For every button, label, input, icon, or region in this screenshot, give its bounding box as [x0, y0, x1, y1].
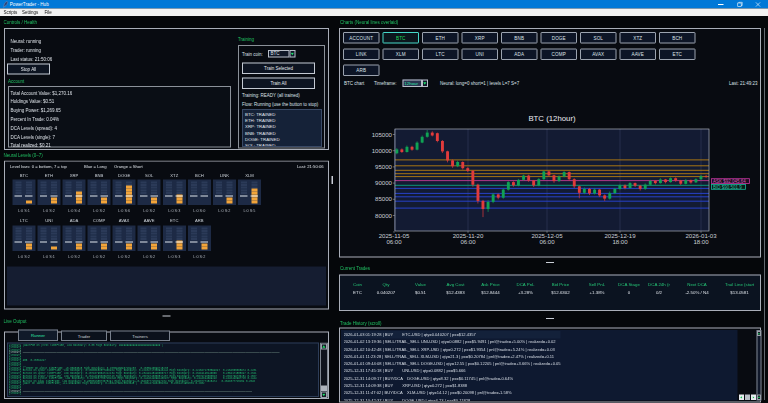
svg-text:18:00: 18:00 [693, 238, 709, 245]
svg-text:80000: 80000 [375, 212, 393, 219]
svg-text:95000: 95000 [375, 163, 393, 170]
svg-text:100000: 100000 [372, 147, 393, 154]
svg-text:06:00: 06:00 [460, 238, 476, 245]
svg-text:06:00: 06:00 [386, 238, 402, 245]
svg-text:105000: 105000 [372, 131, 393, 138]
svg-text:85000: 85000 [375, 195, 393, 202]
svg-text:BID $90,501.9: BID $90,501.9 [713, 185, 742, 190]
svg-text:18:00: 18:00 [612, 238, 628, 245]
svg-text:06:00: 06:00 [539, 238, 555, 245]
svg-text:ASK $92,045.64: ASK $92,045.64 [713, 179, 746, 184]
svg-text:BTC (12hour): BTC (12hour) [528, 114, 576, 123]
svg-text:90000: 90000 [375, 179, 393, 186]
